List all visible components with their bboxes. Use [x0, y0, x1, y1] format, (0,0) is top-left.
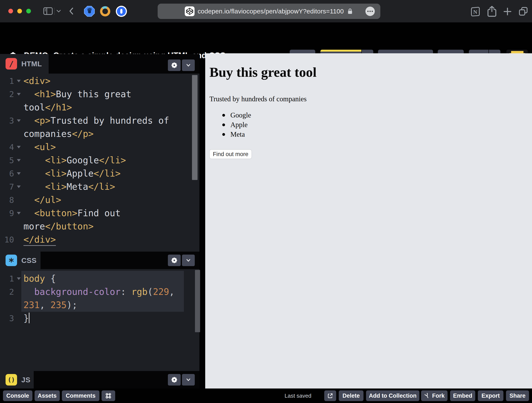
sidebar-toggle-icon[interactable] [43, 7, 53, 15]
tab-overview-icon[interactable] [518, 6, 529, 17]
export-button[interactable]: Export [478, 390, 503, 401]
code-text: <p>Trusted by hundreds of [24, 114, 169, 127]
back-button-icon[interactable] [68, 6, 75, 16]
code-line[interactable]: 1body { [0, 272, 199, 285]
fold-arrow-icon[interactable] [14, 74, 24, 88]
js-panel-label: JS [21, 376, 31, 384]
code-line[interactable]: 2 background-color: rgb(229, [0, 285, 199, 298]
window-zoom-button[interactable] [26, 9, 31, 13]
embed-button[interactable]: Embed [450, 390, 475, 401]
code-line[interactable]: 5 <li>Google</li> [0, 154, 199, 167]
html-collapse-button[interactable] [182, 59, 195, 71]
css-editor-scrollbar[interactable] [195, 270, 200, 332]
css-code-editor[interactable]: 1body {2 background-color: rgb(229,231, … [0, 269, 199, 371]
line-number: 7 [0, 180, 14, 193]
share-button[interactable]: Share [506, 390, 529, 401]
extension-content-blocker-icon[interactable] [84, 6, 95, 17]
code-text: <li>Google</li> [24, 154, 126, 167]
html-code-editor[interactable]: 1<div>2 <h1>Buy this greattool</h1>3 <p>… [0, 74, 199, 252]
toolbar-divider [54, 8, 55, 15]
code-text: background-color: rgb(229, [24, 285, 175, 298]
screen: codepen.io/flaviocopes/pen/abjpowY?edito… [0, 0, 532, 403]
code-text: companies</p> [24, 127, 94, 140]
fork-button-label: Fork [432, 393, 445, 399]
code-line[interactable]: 231, 235); [0, 298, 199, 312]
html-panel-header: / HTML [0, 54, 199, 74]
html-icon: / [6, 58, 17, 69]
window-close-button[interactable] [8, 9, 13, 13]
fold-arrow-icon[interactable] [14, 207, 24, 220]
comments-button[interactable]: Comments [62, 390, 99, 401]
window-minimize-button[interactable] [17, 9, 22, 13]
html-settings-button[interactable] [168, 59, 181, 71]
preview-list-item: Meta [209, 130, 251, 139]
code-line[interactable]: 3} [0, 312, 199, 325]
code-text: <div> [24, 74, 50, 88]
js-collapse-button[interactable] [182, 374, 195, 385]
line-number: 8 [0, 193, 14, 207]
fold-arrow-icon[interactable] [14, 88, 24, 101]
css-tab[interactable]: * CSS [0, 252, 41, 269]
preview-find-out-more-button[interactable]: Find out more [209, 149, 252, 159]
code-line[interactable]: 4 <ul> [0, 140, 199, 154]
css-settings-button[interactable] [168, 255, 181, 266]
page-more-button[interactable] [365, 6, 375, 16]
extension-1password-icon[interactable] [116, 6, 127, 17]
add-to-collection-button[interactable]: Add to Collection [366, 390, 419, 401]
js-icon: () [6, 374, 17, 385]
fold-arrow-icon[interactable] [14, 154, 24, 167]
extension-ring-icon[interactable] [100, 6, 110, 16]
new-tab-icon[interactable] [503, 7, 512, 16]
html-editor-scrollbar[interactable] [192, 75, 197, 180]
line-number: 2 [0, 88, 14, 101]
code-line[interactable]: 9 <button>Find out [0, 207, 199, 220]
fold-arrow-icon[interactable] [14, 272, 24, 285]
code-line[interactable]: companies</p> [0, 127, 199, 140]
preview-list: GoogleAppleMeta [209, 110, 251, 139]
assets-button[interactable]: Assets [35, 390, 60, 401]
open-live-view-button[interactable] [324, 390, 336, 401]
code-text: </ul> [24, 193, 61, 207]
code-line[interactable]: tool</h1> [0, 101, 199, 114]
keyboard-shortcuts-button[interactable] [101, 390, 115, 401]
fold-spacer [14, 127, 24, 140]
code-line[interactable]: 8 </ul> [0, 193, 199, 207]
fold-spacer [14, 220, 24, 233]
notion-extension-icon[interactable]: N [470, 6, 481, 17]
sidebar-chevron-icon[interactable] [56, 9, 61, 13]
console-button[interactable]: Console [3, 390, 32, 401]
code-line[interactable]: more</button> [0, 220, 199, 233]
address-bar[interactable]: codepen.io/flaviocopes/pen/abjpowY?edito… [158, 4, 380, 19]
delete-button[interactable]: Delete [339, 390, 363, 401]
js-tab[interactable]: () JS [0, 371, 34, 389]
line-number [0, 220, 14, 233]
fold-arrow-icon[interactable] [14, 140, 24, 154]
chevron-down-icon [185, 62, 191, 68]
js-settings-button[interactable] [168, 374, 181, 385]
fold-arrow-icon[interactable] [14, 167, 24, 180]
codepen-favicon [185, 6, 195, 16]
svg-text:N: N [473, 9, 477, 15]
fold-arrow-icon[interactable] [14, 180, 24, 193]
css-icon: * [6, 255, 17, 266]
css-collapse-button[interactable] [182, 255, 195, 266]
gear-icon [171, 377, 177, 383]
code-line[interactable]: 6 <li>Apple</li> [0, 167, 199, 180]
code-text: <button>Find out [24, 207, 120, 220]
line-number: 3 [0, 312, 14, 325]
code-line[interactable]: 10</div> [0, 233, 199, 246]
code-line[interactable]: 2 <h1>Buy this great [0, 88, 199, 101]
code-line[interactable]: 7 <li>Meta</li> [0, 180, 199, 193]
code-text: body { [24, 272, 56, 285]
fork-button[interactable]: Fork [421, 390, 448, 401]
code-line[interactable]: 1<div> [0, 74, 199, 88]
share-icon[interactable] [486, 5, 497, 17]
pen-header: DEMO: Create a simple design using HTML … [0, 22, 532, 53]
line-number: 1 [0, 74, 14, 88]
code-line[interactable]: 3 <p>Trusted by hundreds of [0, 114, 199, 127]
browser-toolbar: codepen.io/flaviocopes/pen/abjpowY?edito… [0, 0, 532, 22]
line-number: 4 [0, 140, 14, 154]
fold-arrow-icon[interactable] [14, 114, 24, 127]
html-tab[interactable]: / HTML [0, 54, 49, 74]
preview-paragraph: Trusted by hundreds of companies [209, 95, 307, 103]
